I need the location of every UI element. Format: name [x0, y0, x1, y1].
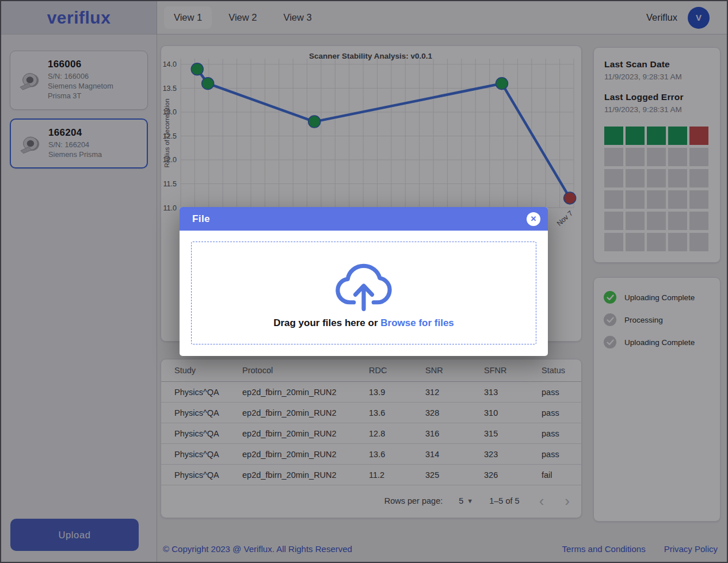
modal-title: File [192, 213, 210, 225]
modal-header: File ✕ [180, 207, 548, 231]
app-window: veriflux View 1View 2View 3 Veriflux V 1… [0, 0, 728, 563]
cloud-upload-icon [330, 258, 398, 313]
close-icon[interactable]: ✕ [527, 212, 540, 226]
browse-for-files-link[interactable]: Browse for files [380, 317, 454, 328]
file-dropzone[interactable]: Drag your files here or Browse for files [191, 242, 536, 344]
file-upload-modal: File ✕ Drag your files here or Browse fo… [180, 207, 548, 356]
dropzone-text: Drag your files here or [273, 317, 380, 328]
